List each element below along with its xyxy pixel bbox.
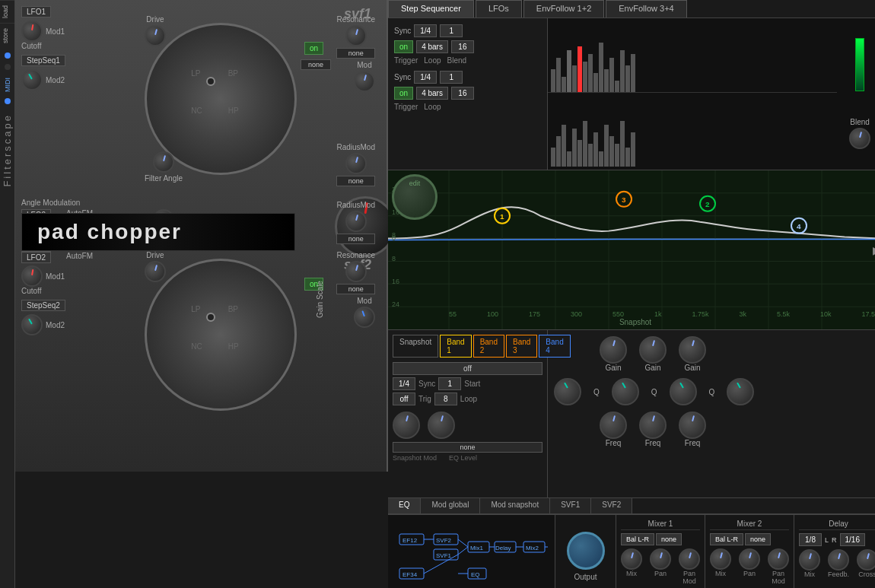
tab-envfollow-12[interactable]: EnvFollow 1+2 — [523, 0, 604, 17]
mixer2-pan-knob[interactable] — [739, 548, 760, 570]
seq-on2-btn[interactable]: on — [394, 87, 413, 100]
seq-sync1-value[interactable]: 1/4 — [414, 24, 437, 37]
seq-bar[interactable] — [620, 121, 625, 167]
seq-bar[interactable] — [620, 50, 625, 92]
seq-val1[interactable]: 1 — [440, 24, 463, 37]
tab-mod-snapshot[interactable]: Mod snapshot — [480, 498, 550, 513]
tab-lfos[interactable]: LFOs — [476, 0, 522, 17]
svf1-mod2-knob[interactable] — [21, 69, 43, 91]
svf2-mod2-knob[interactable] — [21, 314, 43, 335]
seq-bar[interactable] — [583, 62, 587, 92]
tab-envfollow-34[interactable]: EnvFollow 3+4 — [606, 0, 686, 17]
band1-gain-knob[interactable] — [600, 336, 627, 364]
seq-loop1[interactable]: 16 — [451, 40, 474, 53]
mixer2-bal-lr[interactable]: Bal L-R — [710, 533, 743, 545]
band3-header[interactable]: Band 3 — [506, 335, 537, 358]
mixer1-none[interactable]: none — [656, 533, 682, 545]
band2-gain-knob[interactable] — [639, 336, 667, 364]
mixer1-bal-lr[interactable]: Bal L-R — [621, 533, 654, 545]
seq-bar[interactable] — [609, 136, 614, 167]
svf1-resonance-dropdown[interactable]: none — [336, 48, 375, 59]
edit-knob[interactable]: edit — [392, 174, 438, 220]
seq-bar[interactable] — [609, 58, 614, 92]
svf1-radius-mod-knob[interactable] — [345, 153, 367, 174]
snapshot-off2[interactable]: off — [393, 393, 415, 405]
seq-bars1[interactable]: 4 bars — [416, 40, 448, 53]
svf1-resonance-knob[interactable] — [345, 25, 367, 46]
snapshot-off-btn[interactable]: off — [393, 362, 542, 375]
mixer2-none[interactable]: none — [745, 533, 771, 545]
svf2-radius-mod-knob[interactable] — [345, 211, 367, 232]
seq-bar[interactable] — [599, 43, 603, 92]
tab-eq[interactable]: EQ — [388, 498, 421, 513]
seq-bar[interactable] — [631, 132, 635, 167]
snapshot-sync-val[interactable]: 1/4 — [393, 377, 415, 390]
snapshot-mod-dropdown[interactable]: none — [393, 442, 542, 453]
seq-bar[interactable] — [631, 54, 635, 92]
band3-gain-knob[interactable] — [679, 336, 706, 364]
mixer1-pan-knob[interactable] — [650, 548, 671, 570]
band3-q-knob[interactable] — [727, 378, 754, 405]
svf2-filter-circle[interactable]: LP BP NC HP — [145, 259, 297, 411]
seq-sync2-value[interactable]: 1/4 — [414, 71, 437, 84]
snapshot-val1[interactable]: 1 — [438, 377, 461, 390]
seq-loop2[interactable]: 16 — [451, 87, 474, 100]
svf1-mod1-knob[interactable] — [21, 21, 43, 42]
svf2-mod-knob[interactable] — [354, 307, 375, 328]
seq-bar[interactable] — [599, 151, 603, 167]
svf2-mod1-knob[interactable] — [21, 265, 43, 287]
tab-mod-global[interactable]: Mod global — [421, 498, 480, 513]
blend-knob[interactable] — [849, 128, 870, 149]
mixer1-mix-knob[interactable] — [621, 548, 642, 570]
seq-bar[interactable] — [588, 144, 593, 167]
svf1-on-btn[interactable]: on — [304, 42, 323, 55]
mixer2-mix-knob[interactable] — [710, 548, 731, 570]
tab-svf2[interactable]: SVF2 — [591, 498, 632, 513]
seq-on1-btn[interactable]: on — [394, 40, 413, 53]
svf1-mod-knob[interactable] — [354, 71, 375, 92]
store-button[interactable]: store — [0, 23, 14, 48]
band1-header[interactable]: Band 1 — [440, 335, 471, 358]
seq-bar[interactable] — [551, 148, 555, 167]
seq-bars2[interactable]: 4 bars — [416, 87, 448, 100]
delay-18[interactable]: 1/8 — [799, 533, 822, 546]
seq-bar[interactable] — [604, 69, 609, 92]
seq-bar[interactable] — [556, 58, 561, 92]
snapshot-mod-knob[interactable] — [393, 412, 420, 439]
band1-freq-knob[interactable] — [600, 412, 627, 439]
seq-bar[interactable] — [562, 77, 566, 92]
seq-bar[interactable] — [588, 54, 593, 92]
eq-level-knob[interactable] — [428, 412, 455, 439]
svf2-resonance-knob[interactable] — [345, 261, 367, 282]
seq-bar[interactable] — [593, 73, 598, 92]
svf1-filter-angle-knob[interactable] — [153, 151, 174, 173]
svf2-drive-knob[interactable] — [145, 261, 166, 282]
seq-bar[interactable] — [615, 144, 619, 167]
nav-down-icon[interactable] — [5, 64, 11, 70]
delay-feedb-knob[interactable] — [828, 549, 849, 571]
svf2-resonance-dropdown[interactable]: none — [336, 284, 375, 294]
snapshot-val8[interactable]: 8 — [434, 393, 457, 405]
seq-bar[interactable] — [625, 148, 630, 167]
mixer1-panmod-knob[interactable] — [679, 548, 700, 570]
band0-q-knob[interactable] — [554, 378, 581, 405]
band2-freq-knob[interactable] — [639, 412, 667, 439]
seq-bar[interactable] — [567, 151, 571, 167]
seq-bar[interactable] — [556, 136, 561, 167]
mixer2-panmod-knob[interactable] — [768, 548, 789, 570]
svf1-mode-dropdown[interactable]: none — [301, 59, 331, 70]
band3-freq-knob[interactable] — [679, 412, 706, 439]
seq-bar[interactable] — [604, 125, 609, 167]
seq-bar[interactable] — [593, 132, 598, 167]
nav-up-icon[interactable] — [5, 52, 11, 59]
delay-mix-knob[interactable] — [799, 549, 820, 571]
svf1-radius-dropdown[interactable]: none — [336, 176, 375, 186]
band2-q-knob[interactable] — [670, 378, 697, 405]
delay-cross-knob[interactable] — [857, 549, 875, 571]
seq-bar[interactable] — [615, 81, 619, 92]
output-knob[interactable] — [567, 532, 605, 570]
seq-bar-red[interactable] — [578, 46, 582, 92]
seq-bar[interactable] — [583, 121, 587, 167]
band2-header[interactable]: Band 2 — [473, 335, 504, 358]
seq-bar[interactable] — [572, 65, 577, 92]
